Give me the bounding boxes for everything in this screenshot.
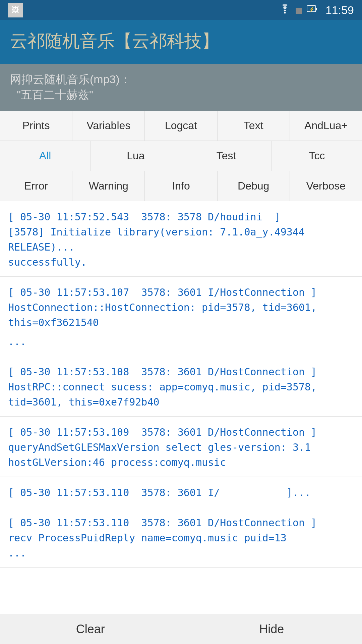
tab-andlua[interactable]: AndLua+: [290, 111, 362, 141]
tab-row-3: Error Warning Info Debug Verbose: [0, 171, 362, 201]
tab-tcc[interactable]: Tcc: [272, 141, 362, 171]
log-entry-4: [ 05-30 11:57:53.109 3578: 3601 D/HostCo…: [0, 417, 362, 477]
battery-icon: ⚡: [307, 4, 317, 16]
svg-point-0: [284, 12, 286, 13]
log-ellipsis-2: ...: [8, 334, 354, 349]
clear-button[interactable]: Clear: [0, 614, 181, 644]
tab-logcat[interactable]: Logcat: [145, 111, 217, 141]
tab-debug[interactable]: Debug: [218, 171, 290, 201]
tab-row-2: All Lua Test Tcc: [0, 141, 362, 171]
tab-lua[interactable]: Lua: [90, 141, 181, 171]
signal-icon: ◼: [295, 5, 303, 16]
subtitle-area: 网抑云随机音乐(mp3)： "五百二十赫兹": [0, 64, 362, 111]
tab-prints[interactable]: Prints: [0, 111, 72, 141]
tab-variables[interactable]: Variables: [72, 111, 145, 141]
tab-info[interactable]: Info: [145, 171, 217, 201]
log-entry-5: [ 05-30 11:57:53.110 3578: 3601 I/ ]...: [0, 477, 362, 507]
log-entry-1: [ 05-30 11:57:52.543 3578: 3578 D/houdin…: [0, 201, 362, 277]
tab-row-1: Prints Variables Logcat Text AndLua+: [0, 111, 362, 141]
log-text-6: [ 05-30 11:57:53.110 3578: 3601 D/HostCo…: [8, 517, 317, 559]
log-text-2: [ 05-30 11:57:53.107 3578: 3601 I/HostCo…: [8, 286, 317, 328]
tab-verbose[interactable]: Verbose: [290, 171, 362, 201]
log-text-1: [ 05-30 11:57:52.543 3578: 3578 D/houdin…: [8, 211, 311, 268]
tab-all[interactable]: All: [0, 141, 90, 171]
tab-warning[interactable]: Warning: [72, 171, 145, 201]
subtitle-line2: "五百二十赫兹": [10, 87, 352, 103]
log-entry-3: [ 05-30 11:57:53.108 3578: 3601 D/HostCo…: [0, 356, 362, 417]
log-area: [ 05-30 11:57:52.543 3578: 3578 D/houdin…: [0, 201, 362, 598]
subtitle-line1: 网抑云随机音乐(mp3)：: [10, 72, 352, 87]
app-title: 云祁随机音乐【云祁科技】: [10, 30, 352, 53]
image-icon: 🖼: [8, 3, 23, 17]
log-entry-6: [ 05-30 11:57:53.110 3578: 3601 D/HostCo…: [0, 507, 362, 568]
log-text-4: [ 05-30 11:57:53.109 3578: 3601 D/HostCo…: [8, 426, 317, 468]
svg-text:⚡: ⚡: [309, 6, 315, 12]
tab-text[interactable]: Text: [218, 111, 290, 141]
bottom-bar: Clear Hide: [0, 614, 362, 644]
svg-rect-2: [316, 8, 317, 10]
tab-error[interactable]: Error: [0, 171, 72, 201]
tab-test[interactable]: Test: [181, 141, 272, 171]
status-bar: 🖼 ◼ ⚡ 11:59: [0, 0, 362, 20]
status-time: 11:59: [325, 4, 354, 17]
app-header: 云祁随机音乐【云祁科技】: [0, 20, 362, 64]
log-text-3: [ 05-30 11:57:53.108 3578: 3601 D/HostCo…: [8, 366, 317, 408]
hide-button[interactable]: Hide: [181, 614, 362, 644]
wifi-icon: [279, 4, 291, 16]
log-text-5: [ 05-30 11:57:53.110 3578: 3601 I/ ]...: [8, 487, 311, 498]
log-entry-2: [ 05-30 11:57:53.107 3578: 3601 I/HostCo…: [0, 277, 362, 356]
